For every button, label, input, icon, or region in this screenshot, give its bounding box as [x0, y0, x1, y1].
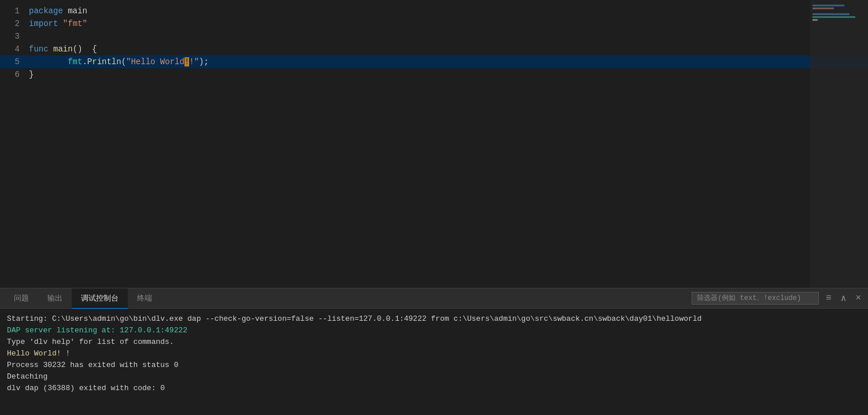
line-number: 2	[0, 17, 29, 30]
line-content: fmt.Println("Hello World!!");	[29, 55, 868, 68]
code-lines: 1package main2import "fmt"34func main() …	[0, 0, 868, 86]
code-line-4: 4func main() {	[0, 43, 868, 55]
tab-toolbar: ≡ ∧ ×	[692, 291, 863, 305]
console-output: Starting: C:\Users\admin\go\bin\dlv.exe …	[0, 309, 868, 415]
console-line: Starting: C:\Users\admin\go\bin\dlv.exe …	[7, 313, 861, 325]
line-number: 5	[0, 55, 29, 68]
collapse-icon[interactable]: ∧	[839, 291, 849, 305]
code-editor: 1package main2import "fmt"34func main() …	[0, 0, 868, 288]
code-line-3: 3	[0, 30, 868, 43]
line-number: 3	[0, 30, 29, 43]
console-line: Type 'dlv help' for list of commands.	[7, 336, 861, 348]
tab-调试控制台[interactable]: 调试控制台	[72, 288, 128, 309]
line-number: 6	[0, 68, 29, 81]
line-content: }	[29, 68, 868, 81]
code-line-2: 2import "fmt"	[0, 17, 868, 30]
tab-输出[interactable]: 输出	[38, 288, 72, 309]
filter-input[interactable]	[692, 292, 819, 305]
console-line: DAP server listening at: 127.0.0.1:49222	[7, 325, 861, 336]
line-content: package main	[29, 5, 868, 17]
bottom-panel: 问题输出调试控制台终端 ≡ ∧ × Starting: C:\Users\adm…	[0, 288, 868, 415]
line-number: 4	[0, 43, 29, 55]
line-content: import "fmt"	[29, 17, 868, 30]
console-line: Process 30232 has exited with status 0	[7, 360, 861, 371]
close-panel-icon[interactable]: ×	[853, 292, 863, 305]
code-line-5: 5 fmt.Println("Hello World!!");	[0, 55, 868, 68]
console-line: Hello World! !	[7, 348, 861, 360]
line-number: 1	[0, 5, 29, 17]
tab-问题[interactable]: 问题	[5, 288, 38, 309]
console-line: dlv dap (36388) exited with code: 0	[7, 383, 861, 394]
line-content: func main() {	[29, 43, 868, 55]
list-icon[interactable]: ≡	[823, 292, 834, 305]
panel-tab-bar: 问题输出调试控制台终端 ≡ ∧ ×	[0, 288, 868, 309]
code-line-6: 6}	[0, 68, 868, 81]
tab-终端[interactable]: 终端	[128, 288, 161, 309]
minimap	[810, 0, 868, 288]
console-line: Detaching	[7, 371, 861, 383]
code-line-1: 1package main	[0, 5, 868, 17]
